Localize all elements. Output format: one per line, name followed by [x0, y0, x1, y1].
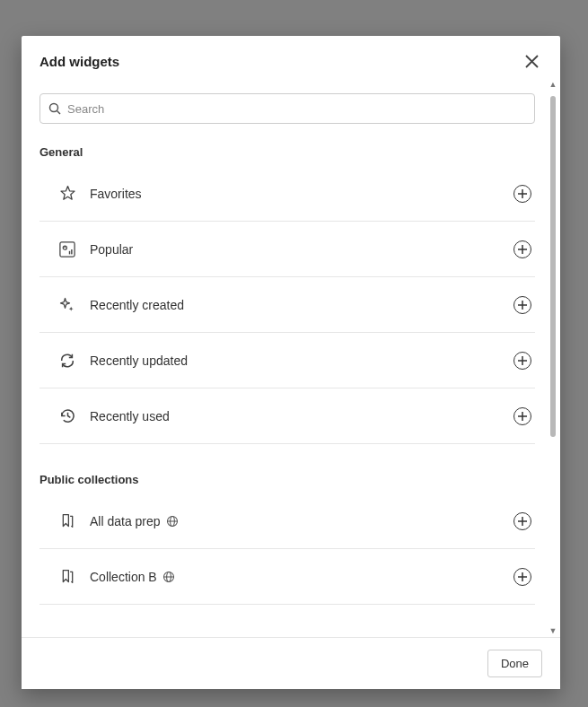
svg-point-0: [50, 104, 58, 112]
widget-item-recently-created: Recently created: [39, 277, 535, 333]
add-button[interactable]: [513, 296, 531, 314]
widget-item-all-data-prep: All data prep: [39, 493, 535, 549]
add-button[interactable]: [513, 185, 531, 203]
plus-icon: [518, 517, 527, 526]
plus-icon: [518, 572, 527, 581]
widget-item-favorites: Favorites: [39, 166, 535, 222]
refresh-icon: [57, 353, 77, 369]
scrollbar-thumb[interactable]: [550, 96, 556, 437]
close-icon: [525, 55, 539, 68]
scroll-down-arrow-icon[interactable]: ▼: [549, 625, 557, 637]
svg-point-3: [63, 246, 66, 249]
bookmark-collection-icon: [57, 568, 77, 585]
modal-header: Add widgets: [22, 36, 560, 79]
plus-icon: [518, 245, 527, 254]
modal-footer: Done: [22, 637, 560, 689]
widget-item-label: Popular: [90, 242, 513, 257]
search-input[interactable]: [67, 102, 527, 116]
widget-item-label: All data prep: [90, 514, 513, 528]
globe-icon: [166, 515, 179, 528]
add-button[interactable]: [513, 568, 531, 586]
scrollbar[interactable]: ▲ ▼: [548, 79, 558, 637]
section-title-general: General: [39, 145, 535, 159]
search-box[interactable]: [39, 93, 535, 124]
add-button[interactable]: [513, 352, 531, 370]
widget-item-recently-updated: Recently updated: [39, 333, 535, 388]
svg-rect-2: [60, 241, 75, 256]
svg-line-1: [57, 111, 61, 115]
widget-item-recently-used: Recently used: [39, 388, 535, 444]
widget-item-text: Collection B: [90, 570, 157, 584]
done-button[interactable]: Done: [487, 650, 542, 677]
bookmark-collection-icon: [57, 512, 77, 529]
plus-icon: [518, 189, 527, 198]
plus-icon: [518, 301, 527, 310]
widget-item-label: Favorites: [90, 187, 513, 201]
sparkle-icon: [57, 296, 77, 314]
add-button[interactable]: [513, 407, 531, 425]
scroll-area[interactable]: General Favorites Popular: [39, 79, 560, 637]
add-button[interactable]: [513, 240, 531, 258]
widget-item-label: Recently used: [90, 409, 513, 423]
globe-icon: [162, 571, 175, 583]
scroll-up-arrow-icon[interactable]: ▲: [549, 79, 557, 91]
modal-title: Add widgets: [39, 54, 119, 69]
svg-rect-4: [69, 250, 70, 254]
widget-item-label: Recently updated: [90, 354, 513, 368]
star-icon: [57, 185, 77, 202]
plus-icon: [518, 356, 527, 365]
add-widgets-modal: Add widgets General Favorites: [22, 36, 560, 689]
search-icon: [48, 101, 62, 116]
widget-item-collection-b: Collection B: [39, 549, 535, 605]
section-title-public: Public collections: [39, 473, 535, 486]
modal-body: General Favorites Popular: [22, 79, 560, 637]
widget-item-text: All data prep: [90, 514, 161, 528]
clock-history-icon: [57, 407, 77, 424]
close-button[interactable]: [521, 50, 542, 72]
widget-item-label: Recently created: [90, 298, 513, 312]
widget-item-popular: Popular: [39, 222, 535, 277]
plus-icon: [518, 412, 527, 421]
popular-icon: [57, 241, 77, 257]
svg-rect-5: [71, 249, 72, 254]
widget-item-label: Collection B: [90, 570, 513, 584]
add-button[interactable]: [513, 512, 531, 530]
